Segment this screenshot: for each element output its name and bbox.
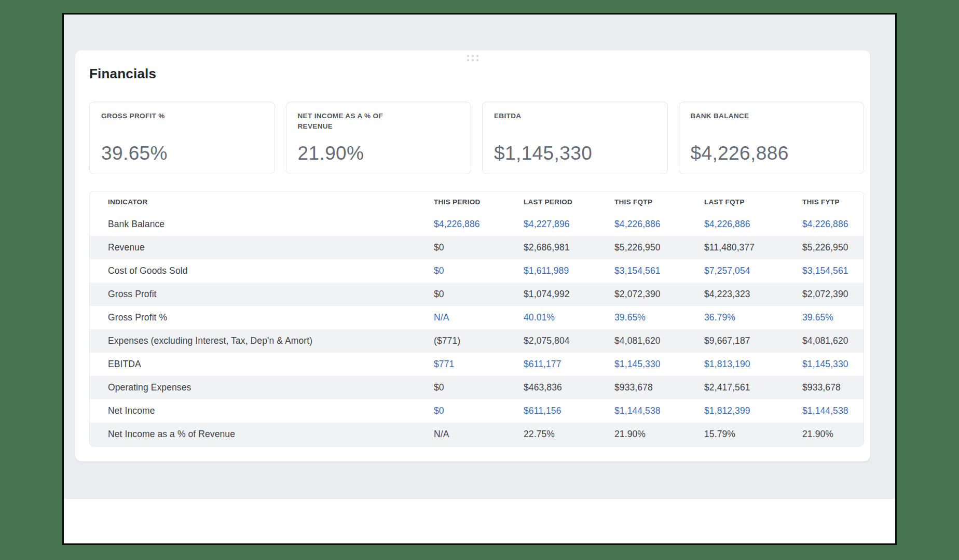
value-link[interactable]: $0 xyxy=(434,259,524,283)
value-link[interactable]: N/A xyxy=(434,306,524,329)
drag-handle-icon[interactable] xyxy=(467,55,478,61)
indicator-label: Gross Profit % xyxy=(90,306,434,329)
table-row: Revenue $0 $2,686,981 $5,226,950 $11,480… xyxy=(90,236,864,259)
value-link[interactable]: $4,227,896 xyxy=(524,213,614,236)
kpi-label: EBITDA xyxy=(494,111,598,121)
value-link[interactable]: 40.01% xyxy=(524,306,614,329)
widget-title: Financials xyxy=(89,66,156,82)
kpi-card-ebitda: EBITDA $1,145,330 xyxy=(482,102,668,174)
table-row: Net Income $0 $611,156 $1,144,538 $1,812… xyxy=(90,399,864,423)
kpi-value: 39.65% xyxy=(101,144,263,165)
value-cell: $4,223,323 xyxy=(704,283,802,306)
kpi-label: GROSS PROFIT % xyxy=(101,111,205,121)
page-footer-area xyxy=(64,499,895,543)
value-cell: $5,226,950 xyxy=(614,236,704,259)
table-row: Net Income as a % of Revenue N/A 22.75% … xyxy=(90,423,864,446)
indicator-label: EBITDA xyxy=(90,353,434,376)
kpi-label: NET INCOME AS A % OF REVENUE xyxy=(298,111,402,132)
value-cell: ($771) xyxy=(434,329,524,353)
value-link[interactable]: $1,813,190 xyxy=(704,353,802,376)
indicator-label: Net Income xyxy=(90,399,434,423)
value-link[interactable]: $1,144,538 xyxy=(802,399,864,423)
value-cell: $463,836 xyxy=(524,376,614,399)
value-cell: 15.79% xyxy=(704,423,802,446)
value-cell: $0 xyxy=(434,236,524,259)
value-cell: $11,480,377 xyxy=(704,236,802,259)
value-cell: $2,072,390 xyxy=(802,283,864,306)
table-row: EBITDA $771 $611,177 $1,145,330 $1,813,1… xyxy=(90,353,864,376)
indicator-label: Cost of Goods Sold xyxy=(90,259,434,283)
value-link[interactable]: $1,145,330 xyxy=(614,353,704,376)
value-cell: $9,667,187 xyxy=(704,329,802,353)
value-cell: 21.90% xyxy=(614,423,704,446)
table-row: Operating Expenses $0 $463,836 $933,678 … xyxy=(90,376,864,399)
value-link[interactable]: 39.65% xyxy=(802,306,864,329)
value-cell: $2,072,390 xyxy=(614,283,704,306)
financials-widget: Financials GROSS PROFIT % 39.65% NET INC… xyxy=(75,50,870,461)
value-link[interactable]: $771 xyxy=(434,353,524,376)
value-cell: 22.75% xyxy=(524,423,614,446)
value-cell: 21.90% xyxy=(802,423,864,446)
column-header-this-fqtp: THIS FQTP xyxy=(614,191,704,213)
value-cell: $4,081,620 xyxy=(614,329,704,353)
indicator-label: Revenue xyxy=(90,236,434,259)
value-cell: $0 xyxy=(434,283,524,306)
table-row: Gross Profit % N/A 40.01% 39.65% 36.79% … xyxy=(90,306,864,329)
value-link[interactable]: $1,812,399 xyxy=(704,399,802,423)
column-header-this-fytp: THIS FYTP xyxy=(802,191,864,213)
value-cell: N/A xyxy=(434,423,524,446)
table-row: Gross Profit $0 $1,074,992 $2,072,390 $4… xyxy=(90,283,864,306)
column-header-last-fqtp: LAST FQTP xyxy=(704,191,802,213)
value-link[interactable]: $7,257,054 xyxy=(704,259,802,283)
value-cell: $5,226,950 xyxy=(802,236,864,259)
value-link[interactable]: $3,154,561 xyxy=(614,259,704,283)
value-link[interactable]: $4,226,886 xyxy=(704,213,802,236)
value-cell: $0 xyxy=(434,376,524,399)
indicator-label: Net Income as a % of Revenue xyxy=(90,423,434,446)
value-link[interactable]: $611,177 xyxy=(524,353,614,376)
table-header-row: INDICATOR THIS PERIOD LAST PERIOD THIS F… xyxy=(90,191,864,213)
value-link[interactable]: $611,156 xyxy=(524,399,614,423)
table-row: Bank Balance $4,226,886 $4,227,896 $4,22… xyxy=(90,213,864,236)
value-link[interactable]: $0 xyxy=(434,399,524,423)
value-link[interactable]: $4,226,886 xyxy=(802,213,864,236)
indicator-label: Gross Profit xyxy=(90,283,434,306)
kpi-label: BANK BALANCE xyxy=(691,111,794,121)
column-header-last-period: LAST PERIOD xyxy=(524,191,614,213)
value-cell: $2,075,804 xyxy=(524,329,614,353)
table-row: Expenses (excluding Interest, Tax, Dep'n… xyxy=(90,329,864,353)
value-link[interactable]: $1,611,989 xyxy=(524,259,614,283)
value-link[interactable]: $4,226,886 xyxy=(614,213,704,236)
value-cell: $2,686,981 xyxy=(524,236,614,259)
indicator-label: Bank Balance xyxy=(90,213,434,236)
value-cell: $933,678 xyxy=(802,376,864,399)
indicator-label: Expenses (excluding Interest, Tax, Dep'n… xyxy=(90,329,434,353)
kpi-card-gross-profit-pct: GROSS PROFIT % 39.65% xyxy=(89,102,275,174)
kpi-card-net-income-pct: NET INCOME AS A % OF REVENUE 21.90% xyxy=(286,102,472,174)
indicator-label: Operating Expenses xyxy=(90,376,434,399)
kpi-value: $4,226,886 xyxy=(691,144,853,165)
kpi-value: 21.90% xyxy=(298,144,460,165)
value-cell: $933,678 xyxy=(614,376,704,399)
value-link[interactable]: 36.79% xyxy=(704,306,802,329)
app-viewport: Financials GROSS PROFIT % 39.65% NET INC… xyxy=(62,13,897,545)
kpi-card-bank-balance: BANK BALANCE $4,226,886 xyxy=(679,102,865,174)
value-cell: $1,074,992 xyxy=(524,283,614,306)
value-link[interactable]: 39.65% xyxy=(614,306,704,329)
value-link[interactable]: $1,145,330 xyxy=(802,353,864,376)
table-row: Cost of Goods Sold $0 $1,611,989 $3,154,… xyxy=(90,259,864,283)
column-header-indicator: INDICATOR xyxy=(90,191,434,213)
value-cell: $4,081,620 xyxy=(802,329,864,353)
value-link[interactable]: $3,154,561 xyxy=(802,259,864,283)
kpi-value: $1,145,330 xyxy=(494,144,656,165)
column-header-this-period: THIS PERIOD xyxy=(434,191,524,213)
value-link[interactable]: $1,144,538 xyxy=(614,399,704,423)
value-link[interactable]: $4,226,886 xyxy=(434,213,524,236)
indicators-table: INDICATOR THIS PERIOD LAST PERIOD THIS F… xyxy=(89,191,864,446)
kpi-row: GROSS PROFIT % 39.65% NET INCOME AS A % … xyxy=(89,102,864,174)
value-cell: $2,417,561 xyxy=(704,376,802,399)
